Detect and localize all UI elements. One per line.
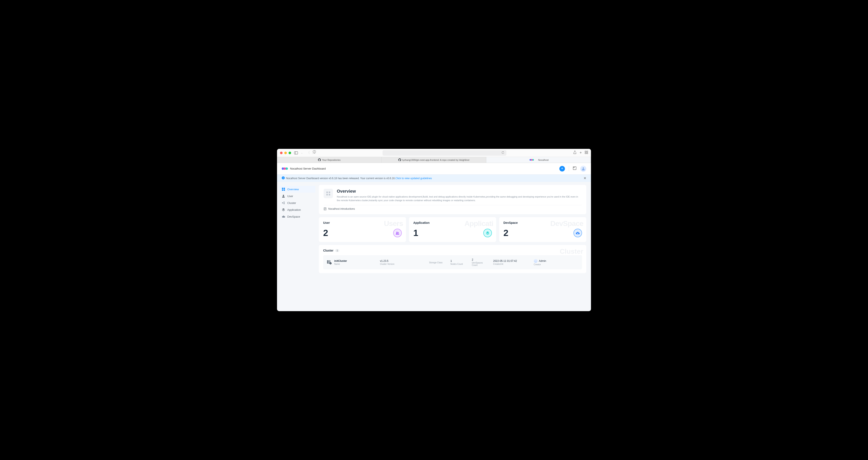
close-window-button[interactable] <box>280 152 283 154</box>
sidebar-item-overview[interactable]: Overview <box>279 186 315 193</box>
svg-rect-3 <box>585 151 586 152</box>
add-button[interactable]: + <box>559 166 565 172</box>
cluster-nodes: 1 <box>451 259 468 263</box>
sidebar: Overview User Cluster Application <box>277 182 318 308</box>
cluster-storage-label: Storage Class <box>429 262 446 264</box>
intro-link[interactable]: Nocalhost introductions <box>323 205 582 210</box>
tab-overview-icon[interactable] <box>585 151 588 155</box>
traffic-lights <box>280 152 291 154</box>
tab-label: Your Repositories <box>322 159 340 161</box>
document-icon <box>323 207 327 210</box>
svg-rect-20 <box>327 191 328 193</box>
nocalhost-logo-icon <box>282 167 288 170</box>
cluster-devspaces-label: DevSpaces Count <box>472 262 489 266</box>
sidebar-toggle-icon[interactable] <box>294 151 298 154</box>
main-content: Overview Nocalhost is an open-source IDE… <box>318 182 591 308</box>
sidebar-item-application[interactable]: Application <box>279 206 315 213</box>
tab-nocalhost[interactable]: Nocalhost <box>486 157 591 163</box>
card-value: 1 <box>413 228 492 238</box>
sidebar-item-label: Overview <box>287 188 299 191</box>
app-title: Nocalhost Server Dashboard <box>290 167 326 170</box>
cluster-created-label: Created At <box>493 263 529 265</box>
cluster-title: Cluster <box>323 249 333 252</box>
svg-point-8 <box>574 167 574 168</box>
sidebar-item-devspace[interactable]: DevSpace <box>279 213 315 220</box>
reload-icon[interactable] <box>501 151 504 155</box>
layers-icon <box>483 229 492 237</box>
svg-rect-23 <box>329 194 330 195</box>
tab-gin-next-app[interactable]: lyzhang1999/gin-next-app-frontend: A rep… <box>382 157 486 163</box>
svg-point-17 <box>282 203 283 204</box>
layers-icon <box>282 208 285 211</box>
svg-point-9 <box>583 167 584 169</box>
expand-icon[interactable] <box>573 166 577 171</box>
svg-rect-15 <box>284 189 285 191</box>
address-bar[interactable] <box>382 150 506 156</box>
svg-point-19 <box>284 203 285 204</box>
divider <box>569 166 569 171</box>
tab-label: lyzhang1999/gin-next-app-frontend: A rep… <box>402 159 470 161</box>
intro-label: Nocalhost introductions <box>328 207 355 210</box>
browser-window: ⌄ 〈 〉 + Your <box>277 149 591 311</box>
app-body: Overview User Cluster Application <box>277 182 591 308</box>
maximize-window-button[interactable] <box>288 152 291 154</box>
cluster-icon <box>282 201 285 205</box>
close-banner-icon[interactable]: ✕ <box>584 176 586 180</box>
ghost-label: DevSpace <box>550 219 583 228</box>
overview-grid-icon <box>323 189 333 198</box>
svg-rect-22 <box>327 194 328 195</box>
overview-title: Overview <box>337 189 582 194</box>
github-icon <box>398 158 401 161</box>
stat-cards: Users User 2 Applicati Application 1 <box>319 217 586 242</box>
svg-point-34 <box>328 263 328 263</box>
svg-point-33 <box>328 261 328 262</box>
nav-back-icon[interactable]: 〈 <box>307 151 310 155</box>
svg-rect-14 <box>282 189 283 191</box>
svg-point-30 <box>577 233 578 234</box>
svg-rect-13 <box>284 188 285 189</box>
banner-link[interactable]: Click to view updated guidelines <box>395 177 432 180</box>
sidebar-item-user[interactable]: User <box>279 193 315 200</box>
user-icon <box>282 194 285 198</box>
ghost-label: Applicati <box>464 219 493 228</box>
svg-point-16 <box>283 195 284 196</box>
footer-placeholder <box>277 308 591 311</box>
app-header: Nocalhost Server Dashboard + <box>277 163 591 175</box>
svg-rect-5 <box>585 153 586 154</box>
share-icon[interactable] <box>573 151 577 155</box>
overview-panel: Overview Nocalhost is an open-source IDE… <box>319 185 586 214</box>
person-icon <box>582 167 585 171</box>
cluster-creator-label: Creator <box>534 263 546 266</box>
update-banner: i Nocalhost Server Dashboard version v0.… <box>277 175 591 182</box>
svg-rect-0 <box>294 152 298 154</box>
svg-rect-7 <box>573 167 576 170</box>
cloud-icon <box>282 215 285 218</box>
cluster-created: 2022-05-11 01:07:42 <box>493 259 529 263</box>
svg-point-18 <box>284 202 285 203</box>
svg-rect-6 <box>587 153 588 154</box>
svg-point-28 <box>396 232 398 233</box>
mac-titlebar: ⌄ 〈 〉 + <box>277 149 591 157</box>
user-avatar[interactable] <box>580 166 586 172</box>
cluster-version-label: Cluster Version <box>380 263 425 265</box>
sidebar-item-label: Application <box>287 208 301 211</box>
server-icon <box>327 260 332 265</box>
stat-card-devspace[interactable]: DevSpace DevSpace 2 <box>499 217 586 242</box>
overview-description: Nocalhost is an open-source IDE plugin f… <box>337 195 582 202</box>
info-icon: i <box>282 176 285 180</box>
browser-tabs: Your Repositories lyzhang1999/gin-next-a… <box>277 157 591 163</box>
svg-rect-4 <box>587 151 588 152</box>
minimize-window-button[interactable] <box>284 152 287 154</box>
stat-card-application[interactable]: Applicati Application 1 <box>409 217 496 242</box>
cluster-version: v1.23.5 <box>380 259 425 263</box>
svg-text:i: i <box>283 177 284 179</box>
svg-rect-21 <box>329 191 330 193</box>
stat-card-user[interactable]: Users User 2 <box>319 217 406 242</box>
chevron-down-icon[interactable]: ⌄ <box>301 152 303 154</box>
shield-icon[interactable] <box>313 150 316 154</box>
cluster-row[interactable]: initCluster Name v1.23.5 Cluster Version… <box>323 255 582 269</box>
nocalhost-icon <box>529 159 534 161</box>
tab-your-repositories[interactable]: Your Repositories <box>277 157 382 163</box>
sidebar-item-cluster[interactable]: Cluster <box>279 200 315 206</box>
new-tab-icon[interactable]: + <box>580 151 582 155</box>
